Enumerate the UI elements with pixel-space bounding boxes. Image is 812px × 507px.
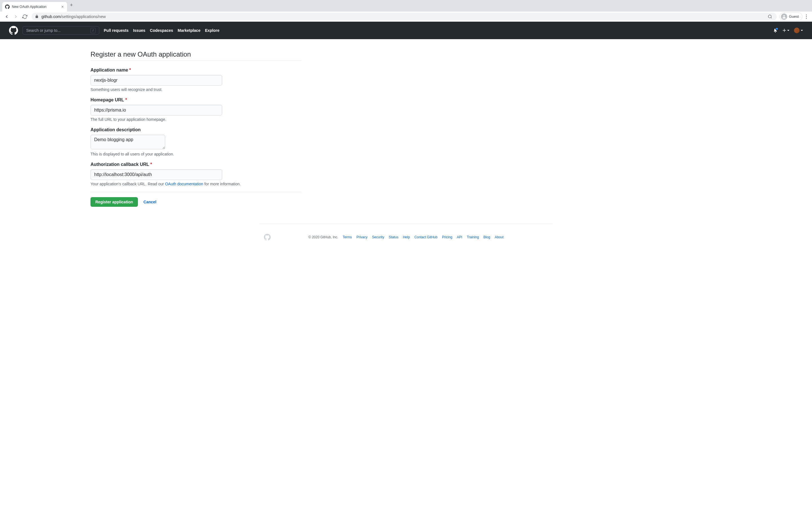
browser-menu-icon[interactable] (804, 13, 809, 20)
user-menu-dropdown[interactable] (794, 27, 803, 33)
svg-point-1 (783, 15, 785, 16)
main-content: Register a new OAuth application Applica… (86, 39, 306, 207)
footer-link-security[interactable]: Security (372, 235, 384, 239)
app-name-input[interactable] (91, 75, 222, 86)
footer-link-about[interactable]: About (495, 235, 504, 239)
footer-link-terms[interactable]: Terms (343, 235, 352, 239)
description-input[interactable]: Demo blogging app (91, 135, 165, 149)
notifications-button[interactable] (773, 28, 777, 33)
tab-close-icon[interactable]: × (61, 4, 64, 10)
reload-button[interactable] (21, 13, 29, 20)
field-callback-url: Authorization callback URL* Your applica… (91, 162, 301, 186)
notification-dot-icon (775, 27, 778, 31)
caret-down-icon (801, 30, 803, 31)
homepage-url-input[interactable] (91, 105, 222, 115)
callback-url-hint: Your application's callback URL. Read ou… (91, 182, 301, 186)
primary-nav: Pull requests Issues Codespaces Marketpl… (104, 28, 219, 33)
profile-badge[interactable]: Guest (779, 12, 802, 21)
svg-point-2 (806, 14, 807, 15)
address-bar[interactable]: github.com/settings/applications/new (32, 13, 777, 20)
app-name-label: Application name* (91, 68, 301, 73)
field-description: Application description Demo blogging ap… (91, 127, 301, 156)
nav-explore[interactable]: Explore (205, 28, 219, 33)
footer-copyright: © 2020 GitHub, Inc. (308, 235, 338, 239)
browser-toolbar: github.com/settings/applications/new Gue… (0, 11, 812, 22)
cancel-link[interactable]: Cancel (144, 200, 156, 204)
footer-link-status[interactable]: Status (389, 235, 398, 239)
guest-label: Guest (789, 14, 799, 18)
field-app-name: Application name* Something users will r… (91, 68, 301, 92)
footer-link-help[interactable]: Help (403, 235, 410, 239)
callback-url-input[interactable] (91, 169, 222, 180)
oauth-docs-link[interactable]: OAuth documentation (165, 182, 203, 186)
back-button[interactable] (3, 13, 11, 20)
user-avatar (794, 27, 800, 33)
homepage-url-hint: The full URL to your application homepag… (91, 117, 301, 122)
homepage-url-label: Homepage URL* (91, 98, 301, 103)
footer-link-api[interactable]: API (457, 235, 462, 239)
form-actions: Register application Cancel (91, 192, 301, 207)
svg-point-0 (768, 15, 771, 18)
zoom-icon[interactable] (767, 13, 773, 20)
required-asterisk: * (125, 98, 127, 102)
register-button[interactable]: Register application (91, 197, 138, 207)
forward-button[interactable] (12, 13, 20, 20)
footer: © 2020 GitHub, Inc. Terms Privacy Securi… (259, 224, 553, 250)
oauth-form: Application name* Something users will r… (91, 68, 301, 207)
github-logo[interactable] (9, 26, 18, 35)
caret-down-icon (787, 30, 790, 31)
field-homepage-url: Homepage URL* The full URL to your appli… (91, 98, 301, 122)
new-tab-button[interactable]: + (67, 1, 76, 10)
github-favicon (5, 4, 10, 9)
page-title: Register a new OAuth application (91, 50, 301, 61)
create-new-dropdown[interactable] (782, 28, 790, 33)
footer-link-pricing[interactable]: Pricing (442, 235, 453, 239)
nav-codespaces[interactable]: Codespaces (150, 28, 173, 33)
browser-tab[interactable]: New OAuth Application × (2, 2, 67, 11)
footer-link-privacy[interactable]: Privacy (356, 235, 367, 239)
tab-title: New OAuth Application (12, 5, 59, 9)
lock-icon (35, 15, 39, 18)
footer-github-icon[interactable] (264, 234, 271, 240)
required-asterisk: * (150, 162, 152, 167)
description-hint: This is displayed to all users of your a… (91, 152, 301, 156)
app-name-hint: Something users will recognize and trust… (91, 87, 301, 92)
footer-link-blog[interactable]: Blog (484, 235, 490, 239)
footer-link-contact[interactable]: Contact GitHub (414, 235, 438, 239)
guest-avatar-icon (781, 13, 787, 20)
nav-issues[interactable]: Issues (133, 28, 146, 33)
svg-point-3 (806, 16, 807, 17)
browser-tab-strip: New OAuth Application × + (0, 0, 812, 11)
search-container[interactable]: / (22, 26, 99, 35)
github-header: / Pull requests Issues Codespaces Market… (0, 22, 812, 39)
slash-key-icon: / (91, 28, 96, 33)
callback-url-label: Authorization callback URL* (91, 162, 301, 167)
required-asterisk: * (129, 68, 131, 72)
description-label: Application description (91, 127, 301, 132)
footer-link-training[interactable]: Training (467, 235, 479, 239)
search-input[interactable] (26, 28, 88, 33)
url-text: github.com/settings/applications/new (42, 14, 106, 19)
svg-point-4 (806, 18, 807, 18)
nav-pull-requests[interactable]: Pull requests (104, 28, 129, 33)
nav-marketplace[interactable]: Marketplace (177, 28, 200, 33)
